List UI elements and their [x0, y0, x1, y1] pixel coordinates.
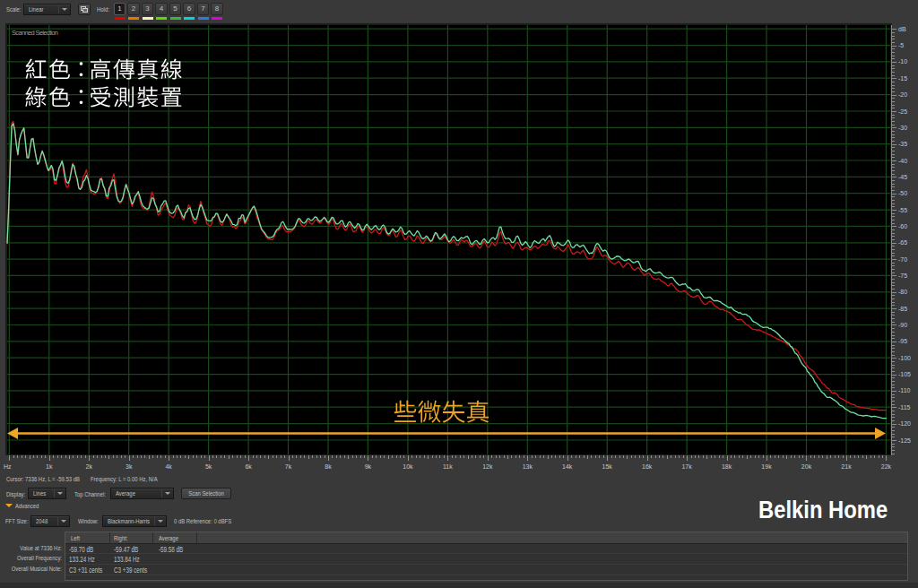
- svg-text:-55: -55: [898, 207, 907, 213]
- svg-text:15k: 15k: [602, 463, 613, 470]
- svg-text:11k: 11k: [443, 463, 453, 470]
- svg-text:-85: -85: [898, 306, 907, 312]
- svg-text:8k: 8k: [325, 463, 332, 470]
- svg-text:-95: -95: [898, 338, 907, 344]
- svg-text:-50: -50: [898, 190, 907, 196]
- svg-text:7k: 7k: [285, 463, 292, 470]
- svg-text:-70: -70: [898, 256, 907, 263]
- svg-text:-45: -45: [898, 174, 907, 180]
- svg-text:-80: -80: [898, 289, 907, 295]
- svg-text:-65: -65: [898, 239, 907, 246]
- svg-text:Scanned Selection: Scanned Selection: [12, 29, 58, 37]
- svg-text:12k: 12k: [482, 463, 493, 470]
- svg-text:14k: 14k: [562, 463, 573, 470]
- svg-text:-90: -90: [898, 322, 907, 328]
- svg-text:-60: -60: [898, 223, 907, 229]
- svg-text:5k: 5k: [205, 463, 212, 470]
- svg-text:19k: 19k: [761, 463, 772, 470]
- svg-text:-15: -15: [898, 75, 907, 82]
- svg-text:10k: 10k: [403, 463, 413, 470]
- svg-text:-5: -5: [898, 42, 904, 48]
- svg-text:-115: -115: [898, 404, 911, 411]
- svg-text:18k: 18k: [722, 463, 732, 470]
- svg-text:13k: 13k: [523, 463, 533, 470]
- svg-text:-20: -20: [898, 91, 907, 98]
- svg-text:-75: -75: [898, 272, 907, 279]
- svg-text:-100: -100: [898, 355, 911, 361]
- svg-text:4k: 4k: [165, 463, 172, 470]
- svg-text:9k: 9k: [365, 463, 372, 470]
- svg-text:-40: -40: [898, 158, 907, 164]
- svg-text:-110: -110: [898, 387, 911, 393]
- svg-text:1k: 1k: [46, 463, 53, 470]
- svg-text:-30: -30: [898, 125, 907, 131]
- svg-text:17k: 17k: [681, 463, 692, 470]
- svg-text:-35: -35: [898, 141, 907, 147]
- svg-text:-105: -105: [898, 371, 911, 377]
- svg-text:dB: dB: [898, 26, 906, 32]
- svg-text:Hz: Hz: [4, 463, 12, 470]
- svg-text:20k: 20k: [801, 463, 812, 470]
- svg-text:21k: 21k: [841, 463, 852, 470]
- svg-text:-125: -125: [898, 437, 911, 444]
- svg-text:-25: -25: [898, 108, 907, 115]
- svg-text:2k: 2k: [85, 463, 92, 470]
- svg-text:-10: -10: [898, 58, 907, 65]
- svg-text:-120: -120: [898, 420, 911, 427]
- svg-text:6k: 6k: [245, 463, 252, 470]
- svg-text:16k: 16k: [642, 463, 653, 470]
- svg-text:3k: 3k: [126, 463, 133, 470]
- svg-text:22k: 22k: [881, 463, 892, 470]
